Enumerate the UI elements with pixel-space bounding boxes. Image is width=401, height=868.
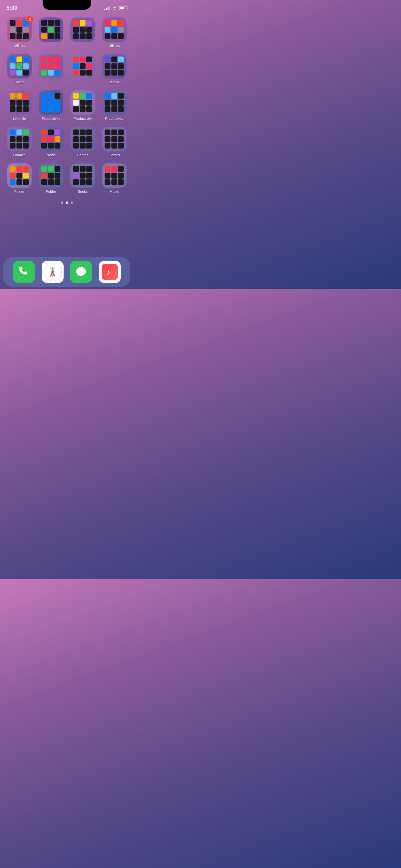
mini-app-icon: [17, 106, 22, 112]
mini-app-icon: [48, 143, 54, 149]
mini-app-icon: [17, 129, 22, 135]
mini-app-icon: [80, 57, 86, 62]
folder-1-1[interactable]: [37, 54, 65, 84]
page-dot-1[interactable]: [61, 202, 63, 204]
folder-label: Media: [110, 80, 119, 84]
folder-label: Folder: [46, 190, 56, 193]
mini-app-icon: [17, 70, 22, 75]
mini-app-icon: [73, 27, 79, 33]
mini-app-icon: [23, 93, 29, 99]
status-time: 5:00: [6, 5, 18, 11]
mini-app-icon: [41, 166, 47, 172]
mini-app-icon: [10, 166, 16, 172]
folder-3-3[interactable]: Games: [100, 127, 128, 157]
mini-app-icon: [17, 179, 22, 185]
mini-app-icon: [80, 106, 86, 112]
mini-app-icon: [118, 136, 124, 142]
mini-app-icon: [118, 20, 124, 26]
mini-app-icon: [112, 70, 117, 75]
folder-label: Productivity: [105, 117, 124, 120]
mini-app-icon: [10, 129, 16, 135]
mini-app-icon: [86, 129, 92, 135]
folder-label: Utilities: [13, 43, 25, 48]
mini-app-icon: [55, 20, 60, 26]
folder-4-0[interactable]: Folder: [5, 163, 34, 193]
mini-app-icon: [23, 166, 29, 172]
mini-app-icon: [23, 136, 29, 142]
mini-app-icon: [80, 93, 86, 99]
mini-app-icon: [48, 93, 54, 99]
folder-3-2[interactable]: Games: [68, 127, 97, 157]
mini-app-icon: [55, 179, 60, 185]
folder-0-1[interactable]: [37, 18, 65, 48]
folder-label: News: [47, 153, 56, 157]
folder-label: Utilities: [109, 43, 120, 48]
mini-app-icon: [86, 106, 92, 112]
mini-app-icon: [55, 63, 60, 69]
mini-app-icon: [86, 33, 92, 39]
folder-2-3[interactable]: Productivity: [100, 90, 128, 120]
folder-4-2[interactable]: Books: [68, 163, 97, 193]
svg-text:♪: ♪: [106, 268, 111, 277]
folder-2-2[interactable]: Productivity: [68, 90, 97, 120]
mini-app-icon: [55, 173, 60, 179]
folder-1-0[interactable]: Social: [5, 54, 34, 84]
folder-2-1[interactable]: Productivity: [37, 90, 65, 120]
folder-3-1[interactable]: News: [37, 127, 65, 157]
signal-bars-icon: [104, 6, 110, 10]
mini-app-icon: [112, 93, 117, 99]
mini-app-icon: [73, 143, 79, 149]
mini-app-icon: [17, 93, 22, 99]
mini-app-icon: [17, 143, 22, 149]
page-dots: [0, 202, 134, 204]
mini-app-icon: [55, 106, 60, 112]
mini-app-icon: [104, 63, 111, 69]
mini-app-icon: [104, 106, 111, 112]
folder-4-3[interactable]: Music: [100, 163, 128, 193]
dock-app-music[interactable]: ♪: [99, 261, 121, 283]
page-dot-3[interactable]: [71, 202, 73, 204]
folder-3-0[interactable]: Finance: [5, 127, 34, 157]
mini-app-icon: [86, 143, 92, 149]
mini-app-icon: [73, 136, 79, 142]
dock-app-safari[interactable]: [42, 261, 64, 283]
dock-app-messages[interactable]: [70, 261, 92, 283]
mini-app-icon: [41, 70, 47, 75]
mini-app-icon: [118, 27, 124, 33]
dock-app-phone[interactable]: [13, 261, 35, 283]
folder-label: Folder: [14, 190, 24, 193]
mini-app-icon: [17, 166, 22, 172]
mini-app-icon: [80, 27, 86, 33]
mini-app-icon: [41, 20, 47, 26]
folder-label: Social: [14, 80, 24, 84]
mini-app-icon: [41, 179, 47, 185]
mini-app-icon: [10, 143, 16, 149]
mini-app-icon: [112, 20, 117, 26]
mini-app-icon: [118, 63, 124, 69]
mini-app-icon: [104, 27, 111, 33]
mini-app-icon: [48, 106, 54, 112]
mini-app-icon: [112, 63, 117, 69]
folder-label: Books: [78, 190, 88, 193]
folder-0-3[interactable]: Utilities: [100, 18, 128, 48]
folder-2-0[interactable]: Lifestyle: [5, 90, 34, 120]
folder-0-2[interactable]: [68, 18, 97, 48]
mini-app-icon: [118, 106, 124, 112]
mini-app-icon: [118, 57, 124, 62]
mini-app-icon: [112, 129, 117, 135]
folder-1-3[interactable]: Media: [100, 54, 128, 84]
mini-app-icon: [41, 143, 47, 149]
mini-app-icon: [73, 70, 79, 75]
mini-app-icon: [55, 57, 60, 62]
folder-4-1[interactable]: Folder: [37, 163, 65, 193]
page-dot-2[interactable]: [66, 202, 68, 204]
mini-app-icon: [118, 173, 124, 179]
folder-label: Productivity: [42, 117, 60, 120]
folder-1-2[interactable]: [68, 54, 97, 84]
folder-label: Finance: [13, 153, 26, 157]
notification-badge: 2: [26, 16, 33, 23]
mini-app-icon: [73, 20, 79, 26]
folder-0-0[interactable]: 2Utilities: [5, 18, 34, 48]
mini-app-icon: [104, 100, 111, 105]
folder-label: Games: [109, 153, 120, 157]
